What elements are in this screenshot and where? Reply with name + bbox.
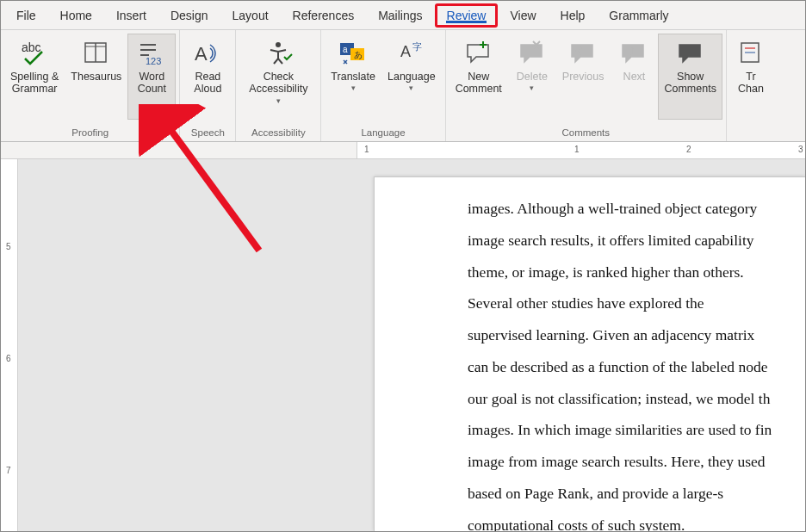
tab-insert[interactable]: Insert — [104, 3, 158, 28]
group-label-proofing: Proofing — [4, 126, 176, 141]
word-count-button[interactable]: 123 WordCount — [127, 34, 176, 120]
svg-text:A: A — [195, 43, 208, 65]
group-proofing: abc Spelling &Grammar Thesaurus 123 Word… — [1, 30, 180, 141]
group-speech: A ReadAloud Speech — [180, 30, 236, 141]
group-language: aあ Translate▾ A字 Language▾ Language — [321, 30, 445, 141]
new-comment-button[interactable]: NewComment — [450, 34, 508, 120]
chevron-down-icon: ▾ — [517, 84, 548, 92]
spelling-grammar-button[interactable]: abc Spelling &Grammar — [4, 34, 65, 120]
comment-new-icon — [464, 38, 493, 67]
group-label-speech: Speech — [183, 126, 232, 141]
translate-icon: aあ — [338, 38, 368, 67]
tab-design[interactable]: Design — [158, 3, 220, 28]
document-canvas[interactable]: images. Although a well-trained object c… — [18, 159, 805, 531]
track-changes-icon — [736, 38, 766, 67]
document-workspace: 1 1 2 3 5 6 7 images. Although a well-tr… — [1, 142, 805, 531]
track-changes-button[interactable]: TrChan — [730, 34, 772, 120]
chevron-down-icon: ▾ — [249, 96, 307, 105]
comment-previous-icon — [568, 38, 598, 67]
svg-text:字: 字 — [412, 41, 422, 52]
delete-comment-button[interactable]: Delete▾ — [508, 34, 556, 120]
group-comments: NewComment Delete▾ Previous Next — [446, 30, 727, 141]
group-accessibility: CheckAccessibility ▾ Accessibility — [236, 30, 321, 141]
ribbon-tabstrip: File Home Insert Design Layout Reference… — [1, 1, 805, 30]
tab-references[interactable]: References — [281, 3, 367, 28]
read-aloud-icon: A — [193, 38, 222, 67]
svg-text:a: a — [343, 45, 348, 54]
tab-view[interactable]: View — [498, 3, 548, 28]
chevron-down-icon: ▾ — [331, 84, 375, 92]
thesaurus-button[interactable]: Thesaurus — [65, 34, 127, 120]
tab-help[interactable]: Help — [549, 3, 598, 28]
tab-home[interactable]: Home — [48, 3, 104, 28]
word-count-icon: 123 — [137, 38, 166, 67]
show-comments-button[interactable]: ShowComments — [658, 34, 722, 120]
next-comment-button[interactable]: Next — [610, 34, 658, 120]
check-accessibility-button[interactable]: CheckAccessibility ▾ — [239, 34, 317, 120]
horizontal-ruler[interactable]: 1 1 2 3 — [1, 142, 805, 159]
book-icon — [82, 38, 111, 67]
comment-show-icon — [676, 38, 705, 67]
svg-text:123: 123 — [146, 56, 161, 66]
svg-text:あ: あ — [354, 50, 363, 59]
abc-check-icon: abc — [20, 38, 49, 67]
previous-comment-button[interactable]: Previous — [556, 34, 611, 120]
svg-text:A: A — [400, 43, 411, 60]
vertical-ruler[interactable]: 5 6 7 — [1, 159, 18, 531]
language-button[interactable]: A字 Language▾ — [381, 34, 442, 120]
chevron-down-icon: ▾ — [388, 84, 436, 92]
read-aloud-button[interactable]: A ReadAloud — [183, 34, 232, 120]
translate-button[interactable]: aあ Translate▾ — [325, 34, 381, 120]
document-text[interactable]: images. Although a well-trained object c… — [468, 193, 805, 532]
group-tracking-cut: TrChan — [727, 30, 775, 141]
svg-point-8 — [276, 42, 281, 47]
document-page[interactable]: images. Although a well-trained object c… — [374, 176, 805, 531]
accessibility-icon — [264, 38, 293, 67]
comment-next-icon — [619, 38, 648, 67]
language-icon: A字 — [397, 38, 426, 67]
tab-layout[interactable]: Layout — [220, 3, 281, 28]
ribbon-body: abc Spelling &Grammar Thesaurus 123 Word… — [1, 30, 805, 142]
tab-grammarly[interactable]: Grammarly — [597, 3, 680, 28]
comment-delete-icon — [518, 38, 547, 67]
tab-review[interactable]: Review — [435, 3, 499, 28]
group-label-language: Language — [325, 126, 441, 141]
tab-mailings[interactable]: Mailings — [366, 3, 434, 28]
group-label-comments: Comments — [450, 126, 722, 141]
tab-file[interactable]: File — [4, 3, 48, 28]
group-label-accessibility: Accessibility — [239, 126, 317, 141]
svg-text:abc: abc — [22, 40, 41, 54]
